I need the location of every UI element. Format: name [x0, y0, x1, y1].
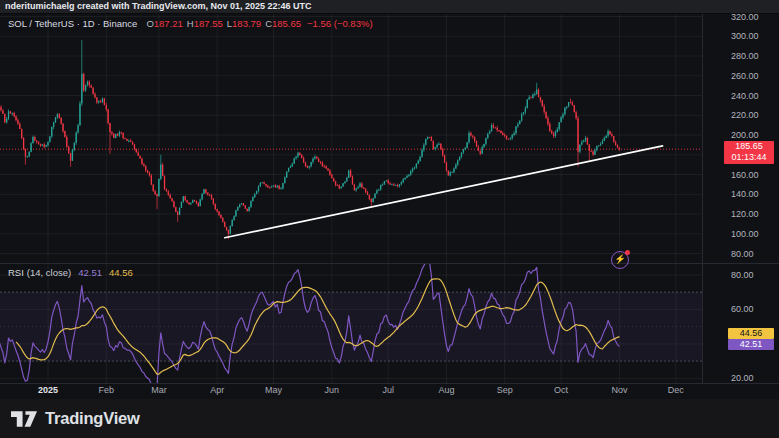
rsi-axis-label: 80.00: [731, 270, 754, 280]
price-badge-countdown: 01:13:44: [724, 152, 774, 163]
price-axis-label: 220.00: [731, 110, 759, 120]
bottom-bar: TradingView: [0, 399, 779, 438]
time-axis-label: Sep: [497, 385, 513, 395]
time-axis-label: Aug: [438, 385, 454, 395]
rsi-axis-label: 20.00: [731, 373, 754, 383]
lightning-glyph: ⚡: [614, 254, 625, 264]
time-axis-label: Mar: [151, 385, 167, 395]
rsi-name: RSI: [8, 267, 24, 278]
plot-svg[interactable]: [0, 14, 779, 399]
time-axis-label: Jul: [382, 385, 394, 395]
close-value: 185.65: [272, 18, 301, 29]
tradingview-logo-icon[interactable]: [11, 409, 38, 429]
price-axis-label: 240.00: [731, 91, 759, 101]
rsi-value: 42.51: [78, 267, 102, 278]
price-axis-label: 300.00: [731, 31, 759, 41]
time-axis-label: Apr: [210, 385, 224, 395]
watermark-text: nderitumichaelg created with TradingView…: [0, 0, 779, 13]
rsi-legend[interactable]: RSI(14, close)42.5144.56: [8, 267, 133, 278]
time-axis-label: Nov: [611, 385, 627, 395]
price-badge-value: 185.65: [724, 141, 774, 152]
time-axis-label: 2025: [38, 385, 58, 395]
price-axis-label: 200.00: [731, 130, 759, 140]
tradingview-snapshot: nderitumichaelg created with TradingView…: [0, 0, 779, 438]
rsi-params: (14, close): [27, 267, 71, 278]
time-axis-label: Oct: [554, 385, 568, 395]
rsi-axis-label: 60.00: [731, 304, 754, 314]
open-value: 187.21: [154, 18, 183, 29]
price-axis-label: 120.00: [731, 209, 759, 219]
high-label: H: [187, 18, 194, 29]
time-axis-label: Feb: [99, 385, 115, 395]
high-value: 187.55: [194, 18, 223, 29]
price-axis-label: 260.00: [731, 71, 759, 81]
close-label: C: [265, 18, 272, 29]
time-axis-label: Dec: [668, 385, 684, 395]
lightning-icon[interactable]: ⚡: [611, 251, 629, 269]
price-axis-label: 100.00: [731, 229, 759, 239]
price-badge: 185.65 01:13:44: [724, 141, 774, 164]
time-axis-label: May: [265, 385, 282, 395]
tradingview-logo-text[interactable]: TradingView: [45, 409, 140, 428]
price-axis-label: 140.00: [731, 189, 759, 199]
rsi-ma-value: 44.56: [109, 267, 133, 278]
symbol-legend: SOL / TetherUS · 1D · BinanceO187.21H187…: [8, 18, 373, 29]
price-axis-label: 280.00: [731, 51, 759, 61]
notification-dot: [625, 250, 630, 255]
chart-area[interactable]: SOL / TetherUS · 1D · BinanceO187.21H187…: [0, 14, 779, 399]
rsi-ma-badge: 44.56: [728, 328, 774, 339]
price-axis-label: 160.00: [731, 170, 759, 180]
watermark-bar: nderitumichaelg created with TradingView…: [0, 0, 779, 14]
low-value: 183.79: [232, 18, 261, 29]
change-value: −1.56 (−0.83%): [307, 18, 373, 29]
time-axis-label: Jun: [325, 385, 340, 395]
rsi-value-badge: 42.51: [728, 339, 774, 350]
symbol-title[interactable]: SOL / TetherUS · 1D · Binance: [8, 18, 137, 29]
price-axis-label: 80.00: [731, 249, 754, 259]
open-label: O: [146, 18, 153, 29]
